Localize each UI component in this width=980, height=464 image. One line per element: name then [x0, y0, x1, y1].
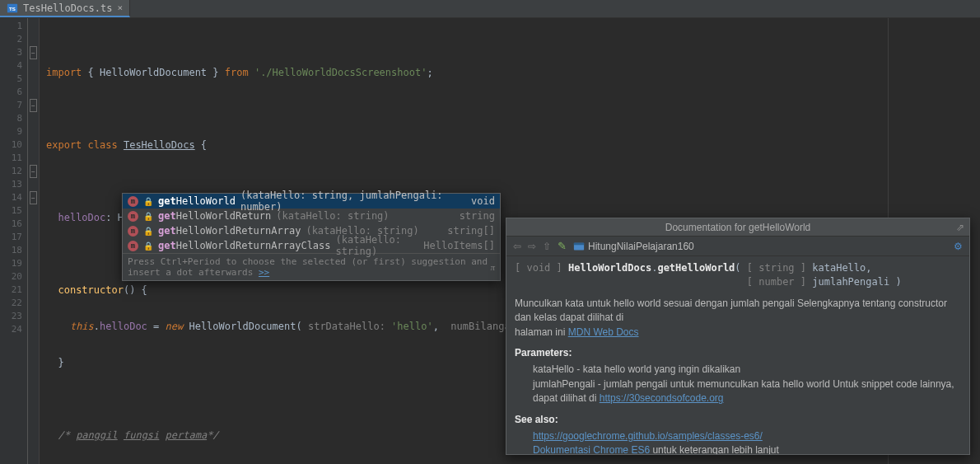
tab-close-icon[interactable]: ×	[117, 2, 123, 13]
tab-filename: TesHelloDocs.ts	[23, 2, 112, 14]
doc-up-icon[interactable]: ⇧	[543, 241, 551, 252]
line-number: 23	[0, 310, 27, 323]
autocomplete-return-type: HelloItems[]	[423, 240, 495, 251]
fold-toggle-icon[interactable]: −	[30, 191, 37, 204]
fold-slot	[28, 178, 39, 191]
doc-param-1: kataHello - kata hello world yang ingin …	[515, 363, 961, 377]
line-number: 21	[0, 284, 27, 297]
lock-icon: 🔒	[143, 227, 153, 236]
doc-seealso-link-2[interactable]: Dokumentasi Chrome ES6	[533, 444, 650, 454]
fold-slot	[28, 270, 39, 284]
line-number: 7	[0, 99, 27, 112]
line-number: 3	[0, 46, 27, 59]
autocomplete-item[interactable]: m🔒getHelloWorldReturnArray(kataHello: st…	[123, 223, 500, 238]
fold-slot	[28, 86, 39, 99]
line-number: 2	[0, 33, 27, 46]
fold-slot	[28, 257, 39, 270]
doc-toolbar: ⇦ ⇨ ⇧ ✎ HitungNilaiPelajaran160 ⚙	[506, 237, 969, 256]
fold-slot	[28, 284, 39, 297]
line-number: 14	[0, 191, 27, 204]
method-icon: m	[128, 211, 138, 222]
fold-toggle-icon[interactable]: −	[30, 165, 37, 178]
doc-edit-icon[interactable]: ✎	[558, 240, 567, 252]
pin-icon[interactable]: ⇗	[956, 222, 964, 233]
fold-slot	[28, 112, 39, 125]
pi-icon[interactable]: π	[490, 262, 495, 272]
line-number: 16	[0, 218, 27, 231]
fold-slot	[28, 310, 39, 323]
fold-toggle-icon[interactable]: −	[30, 99, 37, 112]
autocomplete-popup: m🔒getHelloWorld(kataHello: string, jumla…	[122, 193, 501, 281]
svg-rect-3	[574, 242, 584, 245]
fold-slot	[28, 73, 39, 86]
fold-slot	[28, 20, 39, 33]
doc-project-chip[interactable]: HitungNilaiPelajaran160	[573, 241, 694, 252]
autocomplete-label: getHelloWorld	[158, 195, 236, 207]
fold-slot	[28, 231, 39, 244]
autocomplete-item[interactable]: m🔒getHelloWorldReturn(kataHello: string)…	[123, 209, 500, 223]
method-icon: m	[128, 241, 138, 251]
line-number: 6	[0, 86, 27, 99]
doc-seealso-tail: untuk keterangan lebih lanjut	[650, 444, 779, 454]
doc-param-2: jumlahPengali - jumlah pengali untuk mem…	[515, 377, 961, 406]
autocomplete-hint: Press Ctrl+Period to choose the selected…	[123, 253, 500, 280]
documentation-panel: Documentation for getHelloWorld ⇗ ⇦ ⇨ ⇧ …	[506, 218, 970, 455]
autocomplete-signature: (kataHello: string)	[276, 210, 454, 222]
line-number: 20	[0, 270, 27, 284]
typescript-file-icon: TS	[7, 2, 18, 14]
fold-slot: −	[28, 165, 39, 178]
fold-slot	[28, 152, 39, 165]
doc-title-text: Documentation for getHelloWorld	[665, 222, 811, 233]
autocomplete-list: m🔒getHelloWorld(kataHello: string, jumla…	[123, 194, 500, 253]
autocomplete-return-type: string[]	[447, 225, 495, 237]
doc-signature: [ void ] HelloWorldDocs.getHelloWorld( […	[515, 261, 961, 290]
autocomplete-return-type: string	[460, 210, 495, 222]
autocomplete-label: getHelloWorldReturnArrayClass	[158, 240, 331, 251]
line-number: 15	[0, 204, 27, 218]
autocomplete-return-type: void	[471, 195, 495, 207]
fold-slot	[28, 244, 39, 257]
doc-description: Munculkan kata untuk hello world sesuai …	[515, 297, 961, 340]
svg-text:TS: TS	[9, 5, 16, 11]
doc-link-mdn[interactable]: MDN Web Docs	[568, 326, 639, 338]
autocomplete-signature: (kataHello: string, jumlahPengali: numbe…	[240, 190, 466, 213]
fold-slot	[28, 138, 39, 152]
autocomplete-item[interactable]: m🔒getHelloWorld(kataHello: string, jumla…	[123, 194, 500, 209]
line-number: 17	[0, 231, 27, 244]
line-number: 13	[0, 178, 27, 191]
fold-toggle-icon[interactable]: −	[30, 46, 37, 59]
line-number: 11	[0, 152, 27, 165]
fold-slot: −	[28, 99, 39, 112]
fold-slot	[28, 204, 39, 218]
autocomplete-label: getHelloWorldReturnArray	[158, 225, 301, 237]
doc-forward-icon[interactable]: ⇨	[528, 241, 536, 252]
fold-slot	[28, 33, 39, 46]
line-number: 8	[0, 112, 27, 125]
line-number: 12	[0, 165, 27, 178]
line-number-gutter: 123456789101112131415161718192021222324	[0, 18, 28, 464]
editor-tab[interactable]: TS TesHelloDocs.ts ×	[0, 0, 130, 17]
doc-parameters-heading: Parameters:	[515, 346, 961, 360]
doc-back-icon[interactable]: ⇦	[513, 241, 521, 252]
fold-slot: −	[28, 191, 39, 204]
autocomplete-hint-link[interactable]: >>	[259, 267, 269, 278]
line-number: 24	[0, 323, 27, 336]
fold-slot	[28, 323, 39, 336]
method-icon: m	[128, 196, 138, 207]
line-number: 10	[0, 138, 27, 152]
line-number: 19	[0, 257, 27, 270]
line-number: 1	[0, 20, 27, 33]
doc-body[interactable]: [ void ] HelloWorldDocs.getHelloWorld( […	[506, 256, 969, 454]
doc-seealso-link-1[interactable]: https://googlechrome.github.io/samples/c…	[533, 430, 763, 442]
doc-link-30s[interactable]: https://30secondsofcode.org	[600, 392, 724, 404]
fold-slot: −	[28, 46, 39, 59]
module-icon	[573, 241, 585, 252]
line-number: 4	[0, 59, 27, 73]
fold-slot	[28, 59, 39, 73]
autocomplete-item[interactable]: m🔒getHelloWorldReturnArrayClass(kataHell…	[123, 238, 500, 253]
gear-icon[interactable]: ⚙	[954, 241, 963, 252]
line-number: 18	[0, 244, 27, 257]
doc-titlebar: Documentation for getHelloWorld ⇗	[506, 218, 969, 237]
line-number: 9	[0, 125, 27, 138]
doc-seealso-heading: See also:	[515, 413, 961, 427]
